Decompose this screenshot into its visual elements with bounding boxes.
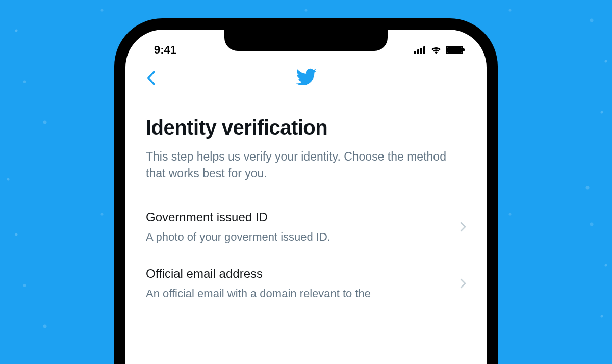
status-icons [414, 46, 463, 54]
phone-screen: 9:41 [125, 30, 487, 364]
page-title: Identity verification [146, 116, 466, 139]
battery-icon [446, 46, 463, 54]
chevron-right-icon [460, 220, 466, 236]
phone-frame: 9:41 [114, 18, 498, 364]
option-desc: A photo of your goverment issued ID. [146, 229, 450, 245]
cellular-signal-icon [414, 46, 426, 54]
option-title: Government issued ID [146, 210, 450, 224]
wifi-icon [430, 46, 442, 54]
twitter-bird-icon [295, 66, 317, 90]
chevron-right-icon [460, 276, 466, 292]
option-official-email[interactable]: Official email address An official email… [146, 256, 466, 313]
option-title: Official email address [146, 267, 450, 281]
status-time: 9:41 [154, 43, 176, 57]
option-desc: An official email with a domain relevant… [146, 286, 450, 302]
option-government-id[interactable]: Government issued ID A photo of your gov… [146, 200, 466, 257]
svg-rect-3 [423, 46, 425, 54]
svg-rect-2 [420, 48, 422, 54]
page-subtitle: This step helps us verify your identity.… [146, 148, 466, 183]
main-content: Identity verification This step helps us… [125, 96, 487, 313]
svg-rect-0 [414, 51, 416, 54]
svg-rect-1 [417, 49, 419, 54]
back-button[interactable] [141, 71, 161, 85]
nav-bar [125, 60, 487, 96]
phone-notch [224, 30, 388, 51]
phone-frame-inner: 9:41 [123, 28, 489, 364]
